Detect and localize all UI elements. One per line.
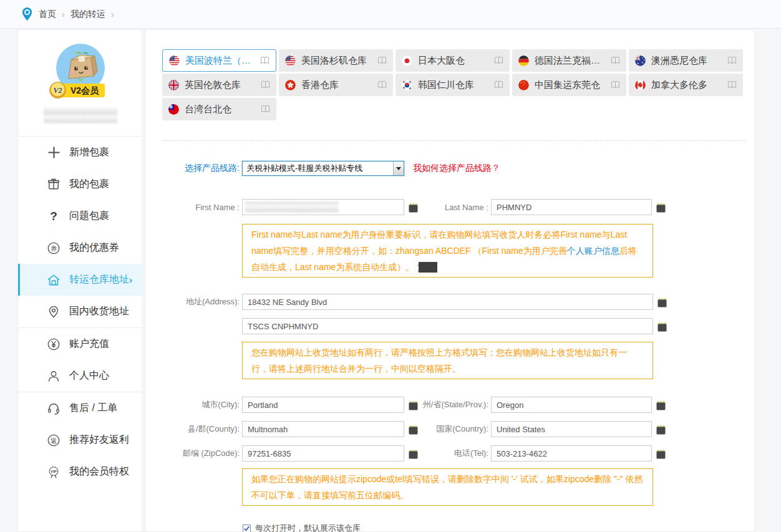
sidebar-item-vip-privileges[interactable]: VIP我的会员特权 bbox=[18, 456, 142, 488]
copy-icon[interactable] bbox=[408, 201, 419, 213]
flag-cn-icon bbox=[518, 80, 529, 90]
address-line2-input[interactable] bbox=[242, 318, 653, 334]
warehouse-tab-label: 德国法兰克福仓库 bbox=[535, 55, 607, 67]
name-row: First Name : Last Name : bbox=[162, 199, 754, 215]
copy-icon[interactable] bbox=[657, 321, 667, 332]
profile-section: V2 V2会员 bbox=[18, 30, 142, 137]
county-row: 县/郡(County): 国家(Country): bbox=[162, 421, 754, 437]
flag-jp-icon bbox=[402, 56, 412, 66]
sidebar-item-label: 问题包裹 bbox=[69, 210, 109, 223]
county-input[interactable] bbox=[242, 421, 404, 437]
sidebar-item-add-package[interactable]: 新增包裹 bbox=[18, 137, 142, 168]
state-input[interactable] bbox=[491, 397, 652, 413]
copy-icon[interactable] bbox=[656, 448, 666, 460]
sidebar-item-personal-center[interactable]: 个人中心 bbox=[18, 360, 142, 392]
copy-icon[interactable] bbox=[656, 201, 666, 213]
default-warehouse-checkbox[interactable] bbox=[243, 525, 251, 532]
address-book-icon[interactable] bbox=[377, 56, 387, 65]
copy-icon[interactable] bbox=[408, 399, 419, 411]
flag-us-icon bbox=[169, 56, 180, 66]
warehouse-tab-kr-incheon[interactable]: 韩国仁川仓库 bbox=[395, 74, 510, 96]
warehouse-tab-label: 澳洲悉尼仓库 bbox=[651, 55, 724, 67]
copy-icon[interactable] bbox=[656, 399, 666, 411]
copy-icon[interactable] bbox=[657, 296, 667, 308]
zip-tip-box: 如果您正在购物的网站提示zipcode或tel填写错误，请删除数字中间 '-' … bbox=[242, 468, 653, 506]
sidebar-item-label: 我的优惠券 bbox=[69, 241, 119, 254]
address-book-icon[interactable] bbox=[727, 80, 737, 89]
address-book-icon[interactable] bbox=[261, 80, 270, 89]
account-info-link[interactable]: 个人账户信息 bbox=[567, 246, 619, 256]
copy-icon[interactable] bbox=[408, 423, 419, 435]
address-book-icon[interactable] bbox=[611, 56, 620, 65]
warehouse-icon bbox=[46, 273, 61, 287]
address-book-icon[interactable] bbox=[377, 80, 387, 89]
warehouse-tab-jp-osaka[interactable]: 日本大阪仓 bbox=[395, 49, 510, 72]
sidebar-item-problem-packages[interactable]: ?问题包裹 bbox=[18, 200, 142, 232]
address-line1-input[interactable] bbox=[242, 294, 653, 310]
copy-icon[interactable] bbox=[656, 423, 666, 435]
warehouse-tab-us-la[interactable]: 美国洛杉矶仓库 bbox=[279, 49, 393, 72]
sidebar-item-account-recharge[interactable]: 账户充值 bbox=[18, 328, 142, 360]
dropdown-arrow-icon[interactable] bbox=[393, 162, 404, 175]
breadcrumb-current[interactable]: 我的转运 bbox=[70, 9, 105, 20]
chevron-right-icon: › bbox=[129, 274, 132, 285]
address-tip-box: 您在购物网站上收货地址如有两行，请严格按照上方格式填写；您在购物网站上收货地址如… bbox=[242, 342, 653, 379]
address-row-1: 地址(Address): bbox=[162, 294, 754, 310]
last-name-input[interactable] bbox=[491, 199, 652, 215]
first-name-label: First Name : bbox=[162, 203, 240, 212]
svg-text:?: ? bbox=[50, 210, 57, 223]
address-book-icon[interactable] bbox=[494, 80, 503, 89]
warehouse-tab-ca-toronto[interactable]: 加拿大多伦多 bbox=[629, 74, 743, 96]
warehouse-tabs: 美国波特兰（免...美国洛杉矶仓库日本大阪仓德国法兰克福仓库澳洲悉尼仓库英国伦敦… bbox=[162, 49, 750, 122]
flag-tw-icon bbox=[168, 104, 179, 115]
svg-text:返: 返 bbox=[51, 437, 57, 443]
sidebar-item-aftersales-ticket[interactable]: 售后 / 工单 bbox=[18, 392, 142, 424]
warehouse-tab-de-frankfurt[interactable]: 德国法兰克福仓库 bbox=[512, 49, 626, 72]
breadcrumb-home[interactable]: 首页 bbox=[39, 9, 56, 20]
warehouse-tab-uk-london[interactable]: 英国伦敦仓库 bbox=[162, 74, 276, 96]
product-line-selected: 关税补贴模式-鞋服关税补贴专线 bbox=[243, 162, 393, 175]
city-input[interactable] bbox=[242, 397, 404, 413]
warehouse-tab-label: 香港仓库 bbox=[301, 79, 374, 91]
flag-au-icon bbox=[635, 56, 646, 66]
sidebar-item-warehouse-address[interactable]: 转运仓库地址› bbox=[18, 264, 142, 296]
address-book-icon[interactable] bbox=[494, 56, 503, 65]
copy-icon[interactable] bbox=[408, 448, 419, 460]
state-label: 州/省(State/Prov.): bbox=[419, 399, 488, 410]
tel-input[interactable] bbox=[491, 445, 652, 462]
address-book-icon[interactable] bbox=[727, 56, 737, 65]
sidebar-item-label: 转运仓库地址 bbox=[69, 273, 129, 286]
default-warehouse-row: 每次打开时，默认展示该仓库 bbox=[243, 523, 754, 532]
warehouse-tab-au-sydney[interactable]: 澳洲悉尼仓库 bbox=[629, 49, 743, 72]
dark-overlay-patch bbox=[419, 262, 437, 273]
sidebar-item-my-coupons[interactable]: 券我的优惠券 bbox=[18, 232, 142, 264]
address-book-icon[interactable] bbox=[260, 56, 269, 65]
sidebar-item-my-packages[interactable]: 我的包裹 bbox=[18, 168, 142, 200]
location-pin-icon bbox=[21, 7, 33, 21]
warehouse-tab-cn-dongguan[interactable]: 中国集运东莞仓 bbox=[512, 74, 626, 96]
product-line-row: 选择产品线路: 关税补贴模式-鞋服关税补贴专线 我如何选择产品线路？ bbox=[162, 161, 754, 176]
country-input[interactable] bbox=[491, 421, 652, 437]
address-label: 地址(Address): bbox=[162, 296, 240, 307]
sidebar-item-label: 推荐好友返利 bbox=[69, 433, 129, 447]
product-line-select[interactable]: 关税补贴模式-鞋服关税补贴专线 bbox=[242, 161, 404, 176]
sidebar-item-referral-rebate[interactable]: 返推荐好友返利 bbox=[18, 424, 142, 456]
warehouse-tab-us-portland[interactable]: 美国波特兰（免... bbox=[162, 49, 276, 72]
warehouse-tab-label: 美国洛杉矶仓库 bbox=[301, 55, 374, 67]
svg-text:券: 券 bbox=[51, 244, 57, 251]
address-book-icon[interactable] bbox=[611, 80, 620, 89]
last-name-label: Last Name : bbox=[419, 203, 488, 212]
product-line-help-link[interactable]: 我如何选择产品线路？ bbox=[413, 163, 500, 174]
sidebar-item-label: 我的会员特权 bbox=[69, 465, 129, 478]
flag-hk-icon bbox=[285, 80, 296, 90]
breadcrumb: 首页 › 我的转运 › bbox=[21, 7, 114, 21]
sidebar-item-domestic-address[interactable]: 国内收货地址 bbox=[18, 296, 142, 327]
warehouse-tab-hk[interactable]: 香港仓库 bbox=[279, 74, 393, 96]
warehouse-tab-label: 日本大阪仓 bbox=[418, 55, 490, 67]
address-book-icon[interactable] bbox=[261, 105, 270, 114]
zip-input[interactable] bbox=[242, 445, 404, 462]
zip-label: 邮编 (ZipCode): bbox=[162, 448, 240, 459]
plus-icon bbox=[46, 146, 61, 160]
vip-badge[interactable]: V2 V2会员 bbox=[56, 84, 105, 97]
warehouse-tab-tw-taipei[interactable]: 台湾台北仓 bbox=[162, 98, 276, 120]
